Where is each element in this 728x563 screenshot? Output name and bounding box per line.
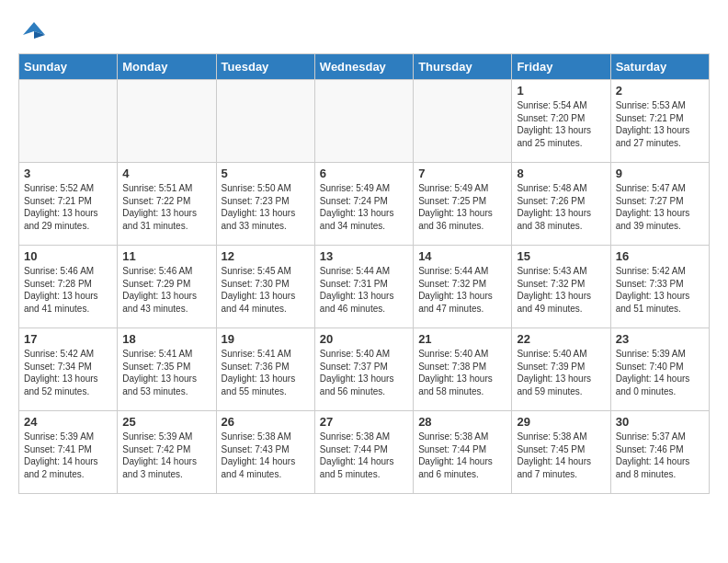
day-number: 13 [320,249,408,263]
day-cell: 11Sunrise: 5:46 AMSunset: 7:29 PMDayligh… [118,246,216,328]
weekday-header-monday: Monday [118,54,216,80]
day-info: Sunrise: 5:38 AMSunset: 7:44 PMDaylight:… [320,431,408,480]
day-info: Sunrise: 5:37 AMSunset: 7:46 PMDaylight:… [616,431,704,480]
day-number: 4 [122,167,210,180]
week-row-1: 1Sunrise: 5:54 AMSunset: 7:20 PMDaylight… [19,80,710,163]
calendar: SundayMondayTuesdayWednesdayThursdayFrid… [18,53,710,494]
day-cell: 27Sunrise: 5:38 AMSunset: 7:44 PMDayligh… [314,411,413,494]
day-number: 12 [222,249,310,263]
day-cell [118,80,216,163]
day-number: 7 [418,167,506,180]
day-cell: 13Sunrise: 5:44 AMSunset: 7:31 PMDayligh… [314,246,413,328]
day-number: 3 [24,167,112,180]
day-info: Sunrise: 5:43 AMSunset: 7:32 PMDaylight:… [517,265,605,315]
day-cell: 6Sunrise: 5:49 AMSunset: 7:24 PMDaylight… [314,163,413,246]
day-info: Sunrise: 5:41 AMSunset: 7:36 PMDaylight:… [222,348,310,397]
day-number: 9 [616,167,704,180]
day-cell: 22Sunrise: 5:40 AMSunset: 7:39 PMDayligh… [512,328,610,411]
day-cell: 26Sunrise: 5:38 AMSunset: 7:43 PMDayligh… [216,411,314,494]
day-number: 30 [616,415,704,429]
day-cell: 21Sunrise: 5:40 AMSunset: 7:38 PMDayligh… [414,328,512,411]
day-cell [414,80,512,163]
day-number: 8 [517,167,605,180]
day-cell: 24Sunrise: 5:39 AMSunset: 7:41 PMDayligh… [19,411,118,494]
day-number: 10 [24,249,112,263]
day-number: 22 [517,332,605,346]
day-info: Sunrise: 5:45 AMSunset: 7:30 PMDaylight:… [222,265,310,315]
week-row-5: 24Sunrise: 5:39 AMSunset: 7:41 PMDayligh… [19,411,710,494]
day-cell: 5Sunrise: 5:50 AMSunset: 7:23 PMDaylight… [216,163,314,246]
weekday-header-tuesday: Tuesday [216,54,314,80]
day-info: Sunrise: 5:50 AMSunset: 7:23 PMDaylight:… [222,182,310,232]
day-cell: 14Sunrise: 5:44 AMSunset: 7:32 PMDayligh… [414,246,512,328]
day-info: Sunrise: 5:53 AMSunset: 7:21 PMDaylight:… [616,99,704,149]
day-cell: 9Sunrise: 5:47 AMSunset: 7:27 PMDaylight… [610,163,709,246]
weekday-header-saturday: Saturday [610,54,709,80]
day-cell: 8Sunrise: 5:48 AMSunset: 7:26 PMDaylight… [512,163,610,246]
day-info: Sunrise: 5:44 AMSunset: 7:32 PMDaylight:… [418,265,506,315]
day-cell: 18Sunrise: 5:41 AMSunset: 7:35 PMDayligh… [118,328,216,411]
day-number: 14 [418,249,506,263]
day-info: Sunrise: 5:42 AMSunset: 7:34 PMDaylight:… [24,348,112,397]
day-info: Sunrise: 5:42 AMSunset: 7:33 PMDaylight:… [616,265,704,315]
day-number: 1 [517,84,605,98]
weekday-header-row: SundayMondayTuesdayWednesdayThursdayFrid… [19,54,710,80]
day-number: 26 [222,415,310,429]
day-number: 6 [320,167,408,180]
day-number: 27 [320,415,408,429]
day-cell: 4Sunrise: 5:51 AMSunset: 7:22 PMDaylight… [118,163,216,246]
weekday-header-sunday: Sunday [19,54,118,80]
day-info: Sunrise: 5:39 AMSunset: 7:40 PMDaylight:… [616,348,704,397]
day-info: Sunrise: 5:40 AMSunset: 7:38 PMDaylight:… [418,348,506,397]
weekday-header-wednesday: Wednesday [314,54,413,80]
day-number: 15 [517,249,605,263]
day-info: Sunrise: 5:41 AMSunset: 7:35 PMDaylight:… [122,348,210,397]
day-info: Sunrise: 5:49 AMSunset: 7:25 PMDaylight:… [418,182,506,232]
day-info: Sunrise: 5:38 AMSunset: 7:44 PMDaylight:… [418,431,506,480]
day-info: Sunrise: 5:49 AMSunset: 7:24 PMDaylight:… [320,182,408,232]
day-cell [216,80,314,163]
day-cell: 19Sunrise: 5:41 AMSunset: 7:36 PMDayligh… [216,328,314,411]
day-info: Sunrise: 5:39 AMSunset: 7:42 PMDaylight:… [122,431,210,480]
day-number: 2 [616,84,704,98]
day-info: Sunrise: 5:38 AMSunset: 7:43 PMDaylight:… [222,431,310,480]
day-cell: 12Sunrise: 5:45 AMSunset: 7:30 PMDayligh… [216,246,314,328]
day-number: 19 [222,332,310,346]
day-info: Sunrise: 5:54 AMSunset: 7:20 PMDaylight:… [517,99,605,149]
logo-bird-icon [21,18,47,44]
day-info: Sunrise: 5:40 AMSunset: 7:37 PMDaylight:… [320,348,408,397]
logo [18,18,47,44]
day-cell: 10Sunrise: 5:46 AMSunset: 7:28 PMDayligh… [19,246,118,328]
weekday-header-friday: Friday [512,54,610,80]
day-info: Sunrise: 5:47 AMSunset: 7:27 PMDaylight:… [616,182,704,232]
weekday-header-thursday: Thursday [414,54,512,80]
day-cell [19,80,118,163]
day-number: 20 [320,332,408,346]
day-cell: 15Sunrise: 5:43 AMSunset: 7:32 PMDayligh… [512,246,610,328]
day-cell: 30Sunrise: 5:37 AMSunset: 7:46 PMDayligh… [610,411,709,494]
day-info: Sunrise: 5:44 AMSunset: 7:31 PMDaylight:… [320,265,408,315]
day-cell [314,80,413,163]
day-number: 25 [122,415,210,429]
day-number: 24 [24,415,112,429]
week-row-2: 3Sunrise: 5:52 AMSunset: 7:21 PMDaylight… [19,163,710,246]
day-info: Sunrise: 5:39 AMSunset: 7:41 PMDaylight:… [24,431,112,480]
day-cell: 7Sunrise: 5:49 AMSunset: 7:25 PMDaylight… [414,163,512,246]
day-cell: 3Sunrise: 5:52 AMSunset: 7:21 PMDaylight… [19,163,118,246]
day-info: Sunrise: 5:52 AMSunset: 7:21 PMDaylight:… [24,182,112,232]
day-number: 23 [616,332,704,346]
day-number: 18 [122,332,210,346]
day-cell: 25Sunrise: 5:39 AMSunset: 7:42 PMDayligh… [118,411,216,494]
day-cell: 16Sunrise: 5:42 AMSunset: 7:33 PMDayligh… [610,246,709,328]
day-cell: 17Sunrise: 5:42 AMSunset: 7:34 PMDayligh… [19,328,118,411]
day-number: 21 [418,332,506,346]
day-number: 29 [517,415,605,429]
day-number: 5 [222,167,310,180]
day-number: 16 [616,249,704,263]
day-number: 11 [122,249,210,263]
day-info: Sunrise: 5:51 AMSunset: 7:22 PMDaylight:… [122,182,210,232]
day-cell: 23Sunrise: 5:39 AMSunset: 7:40 PMDayligh… [610,328,709,411]
day-cell: 20Sunrise: 5:40 AMSunset: 7:37 PMDayligh… [314,328,413,411]
day-info: Sunrise: 5:40 AMSunset: 7:39 PMDaylight:… [517,348,605,397]
week-row-3: 10Sunrise: 5:46 AMSunset: 7:28 PMDayligh… [19,246,710,328]
